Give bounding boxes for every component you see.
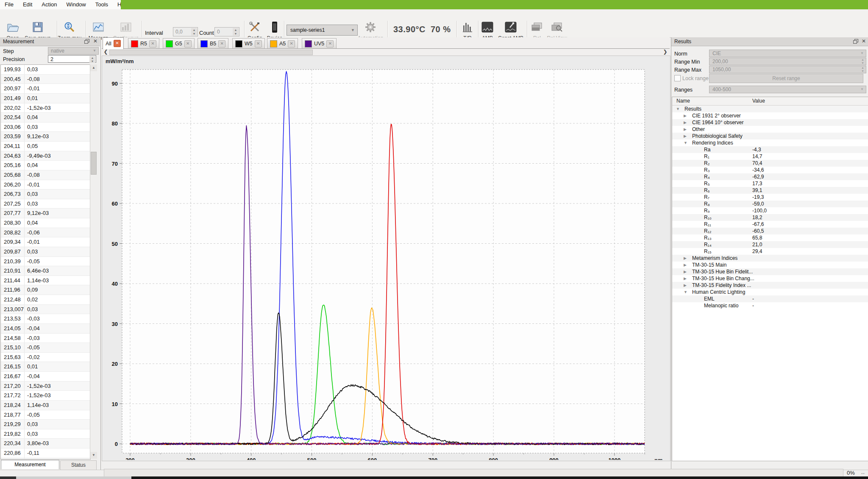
spectrum-chart[interactable]: 0102030405060708090200300400500600700800… — [102, 56, 670, 461]
close-tab-icon[interactable]: ✕ — [255, 40, 262, 47]
expand-arrow-icon[interactable]: ▶ — [684, 255, 687, 262]
measurement-row[interactable]: 202,540,04 — [1, 113, 90, 123]
tab-status[interactable]: Status — [60, 460, 97, 470]
results-tree-row[interactable]: R₇-19,3 — [672, 194, 868, 201]
measurement-row[interactable]: 207,250,03 — [1, 199, 90, 209]
chart-tab-b5[interactable]: B5✕ — [198, 38, 228, 49]
results-tree-row[interactable]: R₁₀18,2 — [672, 214, 868, 221]
measurement-row[interactable]: 211,960,09 — [1, 285, 90, 295]
scroll-up-icon[interactable]: ▲ — [90, 64, 97, 71]
close-tab-icon[interactable]: ✕ — [149, 40, 156, 47]
measurement-row[interactable]: 220,343,80e-03 — [1, 439, 90, 448]
chart-tab-g5[interactable]: G5✕ — [163, 38, 195, 49]
measurement-row[interactable]: 204,110,05 — [1, 142, 90, 151]
results-tree-row[interactable]: R₈-59,0 — [672, 201, 868, 207]
results-tree-row[interactable]: ▶TM-30-15 Fidelity Index ... — [672, 282, 868, 289]
results-tree-row[interactable]: R₆39,1 — [672, 187, 868, 194]
expand-arrow-icon[interactable]: ▶ — [684, 119, 687, 126]
measurement-row[interactable]: 210,39-0,05 — [1, 257, 90, 267]
results-tree-row[interactable]: Ra-4,3 — [672, 146, 868, 153]
measurement-row[interactable]: 215,10-0,05 — [1, 343, 90, 353]
results-tree-row[interactable]: R₁₄21,0 — [672, 241, 868, 248]
measurement-row[interactable]: 204,63-9,49e-03 — [1, 151, 90, 161]
results-tree-row[interactable]: ▼Results — [672, 106, 868, 112]
measurement-row[interactable]: 217,72-1,52e-03 — [1, 391, 90, 401]
measurement-row[interactable]: 212,480,02 — [1, 295, 90, 305]
count-input[interactable]: 0 ▲ ▼ — [214, 27, 239, 36]
interval-spin-down-icon[interactable]: ▼ — [191, 32, 197, 36]
measurement-row[interactable]: 201,490,01 — [1, 94, 90, 103]
menu-file[interactable]: File — [0, 0, 18, 9]
scroll-right-icon[interactable]: ❯ — [662, 49, 668, 55]
measurement-row[interactable]: 219,820,03 — [1, 429, 90, 439]
measurement-row[interactable]: 200,45-0,08 — [1, 75, 90, 84]
count-spin-up-icon[interactable]: ▲ — [233, 28, 239, 32]
chart-tab-r5[interactable]: R5✕ — [128, 38, 159, 49]
chart-tab-uv5[interactable]: UV5✕ — [302, 38, 337, 49]
scroll-left-icon[interactable]: ❮ — [103, 49, 109, 55]
results-tree-row[interactable]: R₁₅29,4 — [672, 248, 868, 255]
collapse-arrow-icon[interactable]: ▼ — [676, 106, 680, 112]
results-tree-row[interactable]: ▶TM-30-15 Main — [672, 262, 868, 268]
expand-arrow-icon[interactable]: ▶ — [684, 133, 687, 139]
close-panel-icon[interactable]: ✕ — [92, 39, 98, 45]
close-tab-icon[interactable]: ✕ — [288, 40, 295, 47]
scrollbar-thumb[interactable] — [91, 152, 97, 175]
measurement-row[interactable]: 213,53-0,03 — [1, 314, 90, 324]
menu-window[interactable]: Window — [62, 0, 91, 9]
measurement-row[interactable]: 216,150,01 — [1, 362, 90, 372]
results-tree-row[interactable]: ▼Human Centric Lighting — [672, 289, 868, 295]
results-tree-row[interactable]: ▼Rendering Indices — [672, 139, 868, 146]
measurement-row[interactable]: 210,916,46e-03 — [1, 266, 90, 276]
close-tab-icon[interactable]: ✕ — [218, 40, 225, 47]
results-tree-row[interactable]: ▶TM-30-15 Hue Bin Fidelit... — [672, 268, 868, 275]
results-tree-row[interactable]: R₁₁-67,6 — [672, 221, 868, 228]
collapse-arrow-icon[interactable]: ▼ — [684, 289, 687, 295]
results-tree-row[interactable]: ▶Metamerism Indices — [672, 255, 868, 262]
measurement-row[interactable]: 221,39-9,49e-03 — [1, 458, 90, 460]
results-tree-row[interactable]: ▶CIE 1931 2° observer — [672, 112, 868, 119]
measurement-row[interactable]: 215,63-0,02 — [1, 353, 90, 362]
close-panel-icon[interactable]: ✕ — [861, 39, 867, 45]
scroll-down-icon[interactable]: ▼ — [90, 452, 97, 459]
results-tree-row[interactable]: ▶Other — [672, 126, 868, 133]
expand-arrow-icon[interactable]: ▶ — [684, 268, 687, 275]
results-tree-row[interactable]: R₃-34,6 — [672, 167, 868, 173]
chart-tab-w5[interactable]: W5✕ — [232, 38, 265, 49]
close-tab-icon[interactable]: ✕ — [114, 40, 121, 47]
results-tree-row[interactable]: Melanopic ratio- — [672, 302, 868, 309]
measurement-row[interactable]: 216,67-0,04 — [1, 372, 90, 382]
measurement-row[interactable]: 200,97-0,01 — [1, 84, 90, 94]
measurement-row[interactable]: 199,930,03 — [1, 65, 90, 75]
measurement-row[interactable]: 207,779,12e-03 — [1, 209, 90, 218]
count-spin-down-icon[interactable]: ▼ — [233, 32, 239, 36]
measurement-row[interactable]: 206,730,03 — [1, 189, 90, 199]
menu-action[interactable]: Action — [37, 0, 61, 9]
results-tree-row[interactable]: R₄-62,9 — [672, 173, 868, 180]
interval-spin-up-icon[interactable]: ▲ — [191, 28, 197, 32]
menu-tools[interactable]: Tools — [91, 0, 113, 9]
results-tree-row[interactable]: ▶TM-30-15 Hue Bin Chang... — [672, 275, 868, 282]
results-tree-row[interactable]: R₁₂-60,5 — [672, 228, 868, 234]
chart-tab-all[interactable]: All✕ — [103, 37, 124, 49]
results-tree-row[interactable]: R₁14,7 — [672, 153, 868, 160]
results-tree-row[interactable]: R₉-100,0 — [672, 207, 868, 214]
measurement-row[interactable]: 214,58-0,03 — [1, 334, 90, 343]
results-tree-row[interactable]: ▶Photobiological Safety — [672, 133, 868, 139]
measurement-row[interactable]: 211,441,14e-03 — [1, 276, 90, 286]
resize-grip-icon[interactable]: ▪▪ ▪ — [861, 471, 867, 476]
measurement-row[interactable]: 206,20-0,01 — [1, 180, 90, 190]
interval-input[interactable]: 0,0 ▲ ▼ — [173, 27, 198, 36]
results-tree-row[interactable]: R₅17,3 — [672, 180, 868, 187]
results-tree-row[interactable]: EML- — [672, 295, 868, 302]
measurement-row[interactable]: 219,290,03 — [1, 420, 90, 429]
measurement-row[interactable]: 218,241,14e-03 — [1, 401, 90, 410]
close-tab-icon[interactable]: ✕ — [326, 40, 334, 47]
tab-measurement[interactable]: Measurement — [1, 460, 59, 469]
measurement-row[interactable]: 208,82-0,06 — [1, 228, 90, 238]
measurement-row[interactable]: 208,300,04 — [1, 218, 90, 228]
measurement-table-scrollbar[interactable]: ▲ ▼ — [90, 64, 97, 459]
measurement-row[interactable]: 213,0070,03 — [1, 305, 90, 315]
precision-input[interactable]: 2 ▲ ▼ — [48, 55, 96, 63]
measurement-row[interactable]: 220,86-0,11 — [1, 448, 90, 458]
